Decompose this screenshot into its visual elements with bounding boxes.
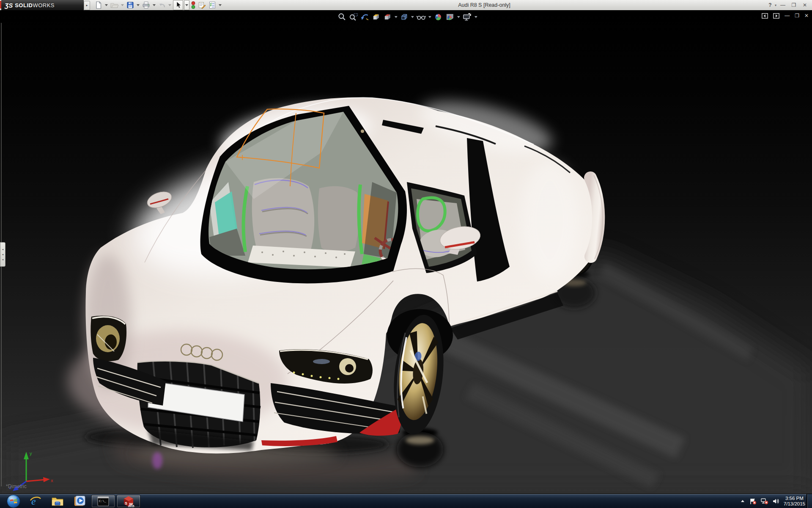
open-button[interactable] bbox=[110, 0, 119, 10]
network-disconnected-icon[interactable] bbox=[760, 498, 768, 505]
titlebar-controls: ? ▾ — ❐ ✕ bbox=[765, 0, 809, 10]
doc-minimize-button[interactable]: — bbox=[785, 13, 790, 19]
view-orientation-button[interactable] bbox=[383, 12, 393, 22]
comment-button[interactable] bbox=[197, 0, 207, 10]
taskbar-clock[interactable]: 3:56 PM 7/13/2015 bbox=[784, 496, 807, 507]
left-headlight bbox=[91, 316, 126, 361]
view-settings-button[interactable] bbox=[462, 12, 473, 22]
design-check-button[interactable] bbox=[208, 0, 217, 10]
apply-scene-button[interactable] bbox=[444, 12, 455, 22]
windows-explorer-icon bbox=[51, 495, 64, 507]
taskbar-item-internet-explorer[interactable]: e bbox=[25, 495, 47, 508]
panel-splitter-handle[interactable]: ◂◂◂ bbox=[0, 242, 5, 267]
doc-close-button[interactable]: ✕ bbox=[804, 13, 809, 19]
edit-appearance-button[interactable] bbox=[433, 12, 443, 22]
app-close-button[interactable]: ✕ bbox=[800, 1, 809, 9]
zoom-to-fit-icon bbox=[337, 13, 347, 21]
collapse-right-pane-button[interactable] bbox=[773, 13, 779, 19]
clock-date: 7/13/2015 bbox=[784, 501, 805, 507]
open-folder-icon bbox=[110, 1, 119, 9]
previous-view-button[interactable] bbox=[360, 12, 370, 22]
stoplight-button[interactable] bbox=[190, 0, 196, 10]
collapse-left-pane-button[interactable] bbox=[762, 13, 768, 19]
display-style-dropdown[interactable] bbox=[411, 16, 414, 18]
design-check-icon bbox=[208, 1, 217, 9]
solidworks-logo: ƷS SOLID WORKS bbox=[1, 0, 84, 10]
triad-y-label: y bbox=[30, 451, 32, 456]
new-dropdown[interactable] bbox=[104, 0, 109, 10]
standard-toolbar bbox=[94, 0, 222, 10]
section-view-button[interactable] bbox=[371, 12, 381, 22]
stoplight-icon bbox=[191, 1, 196, 9]
view-orientation-label: *Dimetric bbox=[6, 483, 27, 489]
open-dropdown[interactable] bbox=[120, 0, 125, 10]
select-tool-button[interactable] bbox=[173, 0, 183, 10]
section-view-icon bbox=[372, 13, 381, 21]
taskbar-item-windows-explorer[interactable] bbox=[47, 495, 69, 508]
app-minimize-button[interactable]: — bbox=[778, 1, 787, 9]
hide-show-items-dropdown[interactable] bbox=[428, 16, 432, 18]
speaker-icon bbox=[772, 498, 780, 505]
hidden-icons-chevron[interactable] bbox=[740, 499, 745, 503]
window-title: Audi R8 S [Read-only] bbox=[425, 0, 543, 10]
solidworks-2015-icon: S W 2015 bbox=[122, 495, 135, 508]
apply-scene-dropdown[interactable] bbox=[457, 16, 461, 18]
graphics-viewport[interactable]: — ❐ ✕ ◂◂◂ y x z *Dimetric bbox=[0, 10, 812, 494]
clock-time: 3:56 PM bbox=[784, 496, 805, 501]
zoom-to-area-icon bbox=[349, 13, 358, 21]
command-prompt-icon: C:\_ bbox=[97, 496, 110, 507]
headsup-view-toolbar bbox=[337, 12, 478, 22]
comment-note-icon bbox=[198, 1, 206, 9]
system-tray: 3:56 PM 7/13/2015 bbox=[740, 494, 807, 508]
collapse-right-pane-icon bbox=[773, 13, 779, 19]
hide-show-items-icon bbox=[416, 13, 426, 21]
volume-icon[interactable] bbox=[772, 498, 780, 505]
cmd-prompt-text: C:\_ bbox=[99, 500, 107, 503]
display-style-icon bbox=[400, 13, 409, 21]
menu-flyout-arrow[interactable]: ▸ bbox=[84, 1, 90, 10]
undo-dropdown[interactable] bbox=[167, 0, 172, 10]
new-document-button[interactable] bbox=[94, 0, 103, 10]
network-icon bbox=[760, 498, 768, 505]
save-button[interactable] bbox=[126, 0, 135, 10]
undo-arrow-icon bbox=[158, 1, 166, 9]
solidworks-year-badge: 2015 bbox=[128, 505, 134, 508]
taskbar-item-media-player[interactable] bbox=[69, 495, 91, 508]
display-style-button[interactable] bbox=[399, 12, 409, 22]
undo-button[interactable] bbox=[157, 0, 167, 10]
design-check-dropdown[interactable] bbox=[218, 0, 222, 10]
media-player-icon bbox=[73, 495, 86, 508]
collapse-left-pane-icon bbox=[762, 13, 768, 19]
help-button[interactable]: ? bbox=[765, 1, 775, 9]
doc-restore-button[interactable]: ❐ bbox=[795, 13, 799, 19]
document-window-controls: — ❐ ✕ bbox=[762, 13, 809, 19]
hide-show-items-button[interactable] bbox=[416, 12, 427, 22]
select-dropdown[interactable] bbox=[184, 0, 189, 10]
flag-alert-icon bbox=[749, 498, 757, 505]
save-dropdown[interactable] bbox=[136, 0, 140, 10]
view-orientation-icon bbox=[383, 13, 392, 21]
solidworks-logo-glyph: ƷS bbox=[5, 2, 13, 9]
app-restore-button[interactable]: ❐ bbox=[789, 1, 798, 9]
taskbar-item-command-prompt[interactable]: C:\_ bbox=[91, 495, 115, 508]
solidworks-logo-bold: SOLID bbox=[15, 2, 33, 8]
solidworks-logo-light: WORKS bbox=[33, 2, 55, 8]
print-dropdown[interactable] bbox=[152, 0, 156, 10]
show-desktop-button[interactable] bbox=[807, 494, 812, 508]
apply-scene-icon bbox=[445, 13, 455, 21]
windows-taskbar: e bbox=[0, 494, 812, 508]
taskbar-item-solidworks-2015[interactable]: S W 2015 bbox=[117, 495, 140, 508]
printer-icon bbox=[142, 1, 151, 9]
start-button[interactable] bbox=[3, 495, 25, 508]
zoom-to-area-button[interactable] bbox=[348, 12, 359, 22]
zoom-to-fit-button[interactable] bbox=[337, 12, 347, 22]
view-settings-icon bbox=[462, 13, 472, 21]
previous-view-icon bbox=[360, 13, 370, 21]
new-document-icon bbox=[94, 1, 103, 9]
print-button[interactable] bbox=[141, 0, 151, 10]
view-settings-dropdown[interactable] bbox=[474, 16, 478, 18]
windows-start-icon bbox=[6, 494, 21, 508]
action-center-flag-icon[interactable] bbox=[749, 498, 757, 505]
help-dropdown[interactable]: ▾ bbox=[775, 3, 776, 7]
view-orientation-dropdown[interactable] bbox=[394, 16, 398, 18]
